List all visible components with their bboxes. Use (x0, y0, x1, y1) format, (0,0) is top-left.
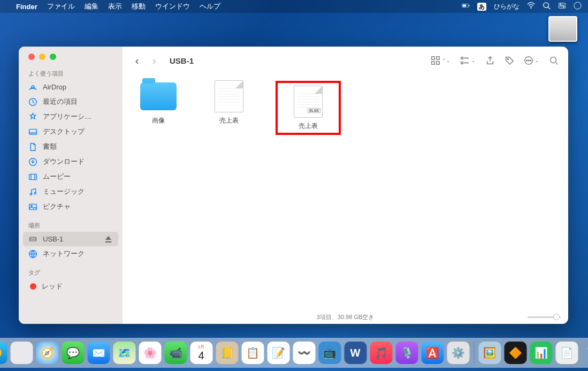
highlight-annotation: XLSX 売上表 (276, 81, 341, 135)
svg-rect-26 (432, 57, 434, 59)
eject-icon[interactable] (104, 234, 113, 244)
tags-button[interactable] (505, 56, 514, 65)
file-label: 売上表 (219, 116, 239, 125)
share-button[interactable] (485, 56, 495, 65)
file-item-document[interactable]: 売上表 (205, 81, 253, 125)
svg-point-36 (526, 60, 528, 61)
sidebar-item-applications[interactable]: アプリケーシ… (19, 109, 123, 124)
dock-messages[interactable]: 💬 (62, 342, 84, 364)
zoom-slider[interactable] (528, 314, 560, 320)
dock-podcasts[interactable]: 🎙️ (395, 342, 418, 364)
dock-mail[interactable]: ✉️ (87, 342, 110, 364)
sidebar-location-network[interactable]: ネットワーク (19, 246, 123, 261)
svg-rect-21 (29, 204, 37, 209)
close-button[interactable] (28, 54, 35, 60)
desktop-drive-icon[interactable] (548, 16, 577, 42)
dock-contacts[interactable]: 📒 (216, 342, 238, 364)
file-badge: XLSX (308, 108, 320, 113)
sidebar-item-label: ムービー (43, 172, 71, 181)
sidebar-item-documents[interactable]: 書類 (19, 139, 123, 154)
sidebar-item-downloads[interactable]: ダウンロード (19, 154, 123, 169)
view-icons-button[interactable]: ⌃⌄ (431, 56, 450, 65)
search-button[interactable] (549, 56, 559, 65)
ime-label[interactable]: ひらがな (494, 2, 520, 11)
dock-trash[interactable]: 🗑️ (581, 342, 588, 364)
dock-separator (474, 342, 474, 364)
dock-launchpad[interactable] (10, 342, 33, 364)
dock-calendar[interactable]: 1月4 (190, 342, 212, 364)
svg-rect-16 (29, 174, 37, 179)
sidebar-item-label: アプリケーシ… (43, 112, 91, 122)
finder-window: よく使う項目 AirDrop 最近の項目 アプリケーシ… デスクトップ 書類 ダ… (19, 47, 568, 324)
dock-preview[interactable]: 🖼️ (478, 342, 501, 364)
action-button[interactable]: ⌄ (524, 56, 539, 65)
svg-rect-28 (432, 62, 434, 64)
svg-rect-29 (437, 62, 439, 64)
svg-rect-27 (437, 57, 439, 59)
sidebar-item-label: レッド (42, 282, 63, 291)
file-item-folder[interactable]: 画像 (134, 81, 182, 125)
menu-view[interactable]: 表示 (108, 2, 122, 11)
dock-word[interactable]: W (344, 342, 366, 364)
sidebar-item-label: 書類 (43, 142, 57, 152)
dock-settings[interactable]: ⚙️ (447, 342, 469, 364)
sidebar-locations-header: 場所 (19, 219, 123, 232)
xlsx-icon: XLSX (294, 86, 323, 118)
svg-line-5 (548, 7, 550, 9)
file-label: 画像 (152, 116, 165, 125)
svg-point-39 (551, 57, 556, 63)
sidebar-item-label: ミュージック (43, 187, 85, 196)
menu-go[interactable]: 移動 (132, 2, 146, 11)
control-center-icon[interactable] (558, 2, 566, 11)
dock-reminders[interactable]: 📋 (241, 342, 264, 364)
sidebar-item-movies[interactable]: ムービー (19, 169, 123, 184)
menu-file[interactable]: ファイル (47, 2, 75, 11)
svg-rect-30 (461, 57, 463, 59)
nav-forward-button[interactable]: › (149, 55, 159, 67)
dock-photos[interactable]: 🌸 (139, 342, 161, 364)
minimize-button[interactable] (39, 54, 45, 60)
sidebar-tag-red[interactable]: レッド (19, 279, 123, 294)
sidebar-location-usb[interactable]: USB-1 (23, 232, 118, 246)
dock-tv[interactable]: 📺 (318, 342, 341, 364)
dock-finder[interactable]: 🙂 (0, 342, 7, 364)
menu-edit[interactable]: 編集 (85, 2, 98, 11)
sidebar-favorites-header: よく使う項目 (19, 67, 123, 80)
sidebar-item-recents[interactable]: 最近の項目 (19, 94, 123, 109)
dock-numbers[interactable]: 📊 (530, 342, 552, 364)
window-title: USB-1 (170, 56, 194, 65)
sidebar-item-desktop[interactable]: デスクトップ (19, 124, 123, 139)
sidebar-item-pictures[interactable]: ピクチャ (19, 199, 123, 214)
dock-shortcuts[interactable]: 🔶 (504, 342, 526, 364)
menu-window[interactable]: ウインドウ (155, 2, 190, 11)
siri-icon[interactable] (574, 2, 582, 11)
sidebar-item-label: USB-1 (43, 235, 63, 243)
dock-freeform[interactable]: 〰️ (293, 342, 315, 364)
spotlight-icon[interactable] (543, 2, 551, 11)
ime-badge[interactable]: あ (477, 3, 486, 11)
sidebar-item-music[interactable]: ミュージック (19, 184, 123, 199)
svg-point-9 (563, 6, 564, 7)
wifi-icon[interactable] (527, 2, 535, 11)
sidebar-item-label: ピクチャ (43, 202, 71, 211)
dock-appstore[interactable]: 🅰️ (421, 342, 444, 364)
file-item-xlsx[interactable]: XLSX 売上表 (284, 86, 332, 131)
finder-content[interactable]: 画像 売上表 XLSX 売上表 (123, 74, 568, 310)
dock-safari[interactable]: 🧭 (36, 342, 58, 364)
fullscreen-button[interactable] (50, 54, 56, 60)
cal-day: 4 (198, 350, 204, 362)
group-button[interactable]: ⌄ (460, 56, 476, 65)
app-name[interactable]: Finder (16, 3, 37, 11)
svg-point-37 (528, 60, 529, 61)
dock-maps[interactable]: 🗺️ (113, 342, 135, 364)
dock-notes[interactable]: 📝 (267, 342, 289, 364)
document-icon (215, 80, 243, 112)
svg-point-3 (531, 7, 532, 9)
menu-help[interactable]: ヘルプ (200, 2, 220, 11)
sidebar-item-airdrop[interactable]: AirDrop (19, 80, 123, 94)
battery-icon[interactable] (462, 2, 470, 11)
dock-music[interactable]: 🎵 (370, 342, 392, 364)
dock-facetime[interactable]: 📹 (164, 342, 187, 364)
nav-back-button[interactable]: ‹ (132, 55, 142, 67)
dock-pages[interactable]: 📄 (555, 342, 578, 364)
